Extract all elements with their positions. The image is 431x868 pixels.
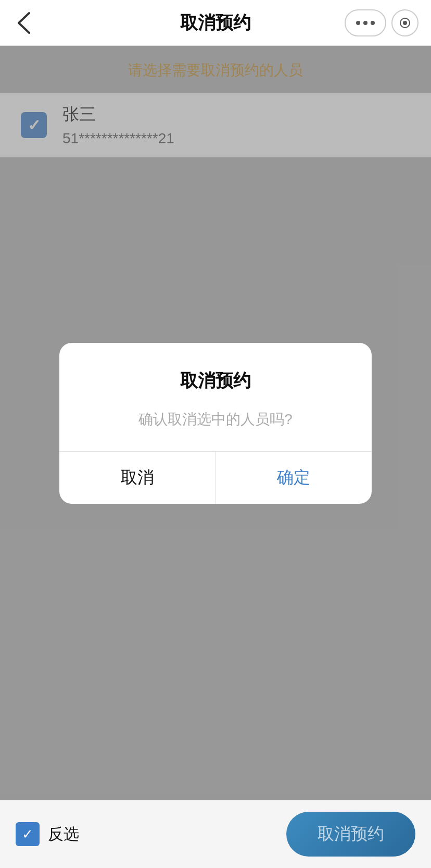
dialog: 取消预约 确认取消选中的人员吗? 取消 确定 bbox=[59, 343, 372, 504]
inverse-checkbox[interactable]: ✓ bbox=[16, 822, 40, 846]
header-actions bbox=[345, 9, 419, 36]
record-icon bbox=[400, 18, 410, 28]
dialog-actions: 取消 确定 bbox=[59, 452, 372, 504]
dot3 bbox=[371, 21, 375, 25]
inverse-check-icon: ✓ bbox=[22, 826, 33, 842]
header: 取消预约 bbox=[0, 0, 431, 46]
more-button[interactable] bbox=[345, 9, 386, 36]
dot2 bbox=[363, 21, 367, 25]
modal-overlay: 取消预约 确认取消选中的人员吗? 取消 确定 bbox=[0, 46, 431, 800]
dot1 bbox=[356, 21, 360, 25]
dialog-title: 取消预约 bbox=[80, 369, 351, 393]
back-button[interactable] bbox=[16, 11, 31, 35]
dialog-confirm-button[interactable]: 确定 bbox=[216, 452, 372, 504]
record-dot bbox=[403, 21, 407, 25]
inverse-label: 反选 bbox=[48, 824, 79, 845]
cancel-btn-label: 取消预约 bbox=[318, 823, 384, 846]
main-content: 请选择需要取消预约的人员 ✓ 张三 51**************21 取消预… bbox=[0, 46, 431, 800]
record-button[interactable] bbox=[391, 9, 419, 36]
cancel-reservation-button[interactable]: 取消预约 bbox=[286, 812, 415, 857]
dialog-content: 取消预约 确认取消选中的人员吗? bbox=[59, 343, 372, 451]
page-title: 取消预约 bbox=[180, 11, 251, 35]
bottom-bar: ✓ 反选 取消预约 bbox=[0, 800, 431, 868]
dialog-message: 确认取消选中的人员吗? bbox=[80, 408, 351, 430]
inverse-select[interactable]: ✓ 反选 bbox=[16, 822, 79, 846]
dialog-cancel-button[interactable]: 取消 bbox=[59, 452, 216, 504]
